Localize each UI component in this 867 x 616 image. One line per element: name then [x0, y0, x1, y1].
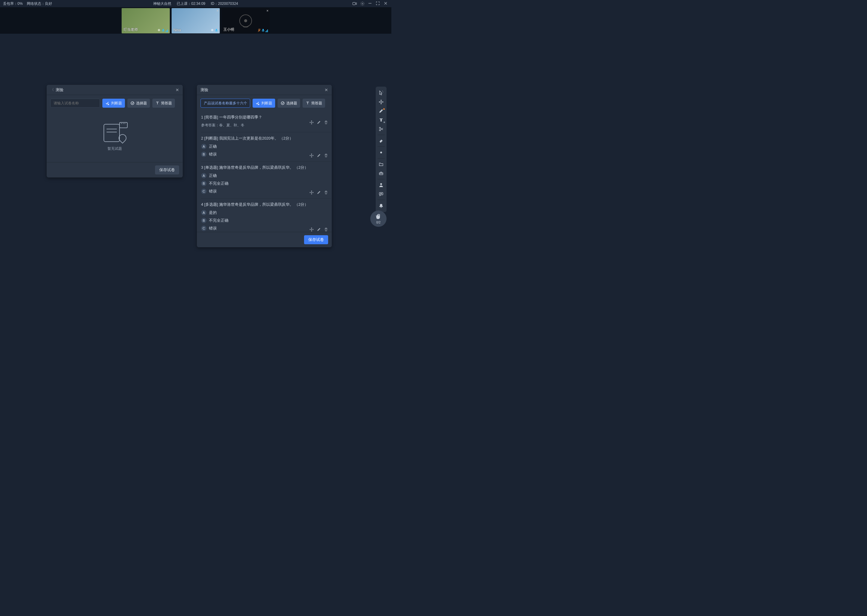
option-text: 正确	[209, 144, 217, 149]
question-item: 1 [简答题] 一年四季分别是哪四季？参考答案：春、夏、秋、冬	[201, 111, 331, 132]
tile-close-icon[interactable]: ×	[216, 9, 219, 13]
option-badge: C	[201, 226, 207, 231]
empty-state: 暂无试题	[47, 111, 183, 162]
option-badge: C	[201, 189, 207, 194]
move-icon[interactable]	[309, 120, 314, 124]
move-icon[interactable]	[309, 153, 314, 158]
option-badge: A	[201, 173, 207, 178]
volume-bars-icon	[265, 30, 268, 32]
option-text: 不完全正确	[209, 181, 229, 186]
add-choice-button[interactable]: 选择题	[277, 99, 300, 108]
add-truefalse-button[interactable]: 判断题	[252, 99, 275, 108]
camera-toggle-icon[interactable]	[352, 1, 357, 6]
delete-icon[interactable]	[324, 120, 328, 124]
question-option[interactable]: B不完全正确	[201, 181, 331, 186]
option-badge: B	[201, 152, 207, 157]
question-option[interactable]: A正确	[201, 173, 331, 178]
question-option[interactable]: B不完全正确	[201, 218, 331, 223]
status-bar: 丢包率：0% 网络状态：良好 神秘大自然 已上课：02:34:09 ID：202…	[0, 0, 391, 7]
volume-bars-icon	[166, 30, 168, 32]
pen-tool[interactable]	[376, 107, 386, 115]
question-tools	[309, 153, 328, 158]
packet-loss: 丢包率：0%	[3, 1, 22, 6]
svg-rect-13	[263, 29, 264, 31]
save-quiz-button[interactable]: 保存试卷	[155, 165, 179, 174]
svg-point-1	[362, 3, 363, 4]
question-tools	[309, 190, 328, 195]
video-tile-teacher[interactable]: 叮当老师	[121, 8, 170, 33]
add-truefalse-button[interactable]: 判断题	[102, 99, 125, 108]
back-icon[interactable]: 〈	[50, 87, 54, 92]
laser-tool[interactable]	[376, 148, 386, 157]
question-option[interactable]: A是的	[201, 210, 331, 215]
svg-point-21	[379, 130, 380, 131]
panel-close-icon[interactable]: ✕	[175, 88, 179, 92]
panel-title: 测验	[56, 87, 175, 93]
text-icon	[306, 101, 310, 105]
choice-icon	[281, 101, 285, 105]
eraser-tool[interactable]	[376, 136, 386, 145]
truefalse-icon	[255, 101, 260, 105]
video-tile-student[interactable]: × Nina	[172, 8, 220, 33]
svg-rect-0	[353, 2, 356, 5]
toolbox-tool[interactable]	[376, 169, 386, 178]
svg-point-6	[159, 30, 159, 30]
minimize-icon[interactable]	[368, 1, 373, 6]
move-icon[interactable]	[309, 227, 314, 232]
option-text: 是的	[209, 210, 217, 215]
panel-close-icon[interactable]: ✕	[325, 88, 328, 92]
tile-close-icon[interactable]: ×	[266, 9, 268, 13]
question-title: 3 [单选题] 施华洛世奇是反华品牌，所以梁鼎琪反华。 （2分）	[201, 165, 331, 171]
webcam-icon	[157, 28, 161, 32]
edit-icon[interactable]	[317, 153, 321, 158]
delete-icon[interactable]	[324, 190, 328, 195]
add-choice-button[interactable]: 选择题	[127, 99, 150, 108]
svg-point-28	[381, 193, 382, 194]
pointer-tool[interactable]	[376, 88, 386, 97]
settings-icon[interactable]	[360, 1, 365, 6]
svg-rect-7	[162, 29, 164, 31]
fullscreen-icon[interactable]	[376, 1, 380, 6]
whiteboard-toolbar	[376, 86, 386, 212]
camera-off-icon	[239, 14, 252, 27]
delete-icon[interactable]	[324, 153, 328, 158]
truefalse-icon	[106, 101, 110, 105]
option-text: 错误	[209, 226, 217, 231]
text-tool[interactable]	[376, 115, 386, 124]
choice-icon	[130, 101, 134, 105]
question-option[interactable]: A正确	[201, 144, 331, 149]
empty-text: 暂无试题	[107, 146, 122, 151]
delete-icon[interactable]	[324, 227, 328, 232]
edit-icon[interactable]	[317, 227, 321, 232]
edit-icon[interactable]	[317, 190, 321, 195]
move-icon[interactable]	[309, 190, 314, 195]
hand-icon	[375, 214, 382, 220]
user-tool[interactable]	[376, 181, 386, 190]
option-text: 不完全正确	[209, 218, 229, 223]
option-text: 错误	[209, 189, 217, 194]
empty-illustration-icon	[101, 122, 128, 143]
video-strip: 叮当老师 × Nina × 王小明	[0, 7, 391, 34]
add-shortanswer-button[interactable]: 简答题	[152, 99, 175, 108]
quiz-name-input[interactable]	[200, 99, 250, 108]
option-badge: B	[201, 181, 207, 186]
question-title: 1 [简答题] 一年四季分别是哪四季？	[201, 114, 331, 120]
mic-icon	[215, 28, 218, 32]
video-tile-camera-off[interactable]: × 王小明	[222, 8, 270, 33]
raise-hand-badge[interactable]: 0/2	[370, 211, 386, 227]
add-shortanswer-button[interactable]: 简答题	[303, 99, 325, 108]
svg-point-20	[379, 127, 380, 129]
participant-name: 王小明	[223, 27, 234, 32]
chat-tool[interactable]	[376, 190, 386, 198]
save-quiz-button[interactable]: 保存试卷	[304, 235, 328, 244]
close-window-icon[interactable]	[383, 1, 388, 6]
edit-icon[interactable]	[317, 120, 321, 124]
quiz-panel-edit: 测验 ✕ 判断题 选择题 简答题 1 [简答题] 一年四季分别是哪四季？参考答案…	[197, 85, 332, 247]
scissors-tool[interactable]	[376, 124, 386, 134]
folder-tool[interactable]	[376, 160, 386, 169]
move-tool[interactable]	[376, 97, 386, 107]
bell-tool[interactable]	[376, 201, 386, 210]
quiz-name-input[interactable]	[50, 99, 100, 108]
participant-name: 叮当老师	[123, 27, 138, 32]
question-list[interactable]: 1 [简答题] 一年四季分别是哪四季？参考答案：春、夏、秋、冬 2 [判断题] …	[197, 111, 332, 232]
